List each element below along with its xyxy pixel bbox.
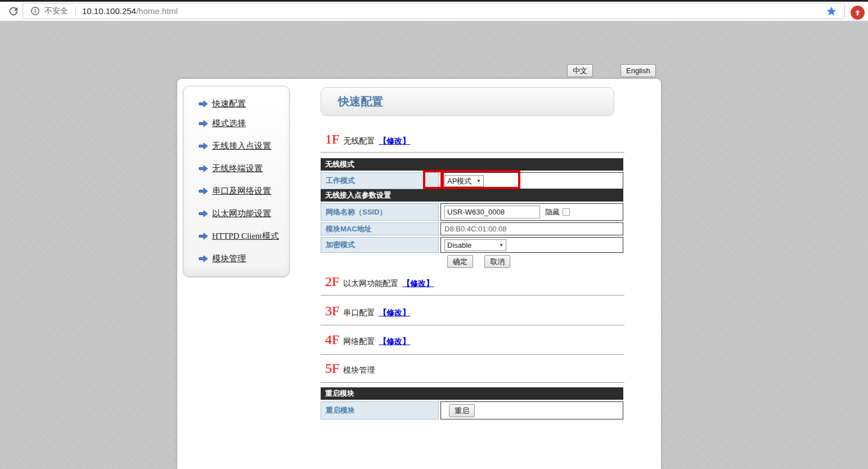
address-separator [75, 6, 76, 16]
sidebar-item-quick-config: 快速配置 [199, 97, 246, 110]
info-icon [30, 6, 40, 16]
arrow-icon [199, 142, 208, 150]
arrow-icon [199, 165, 208, 172]
sidebar-item-wireless-ap: 无线接入点设置 [199, 140, 271, 152]
divider [321, 152, 624, 153]
section-label: 串口配置 [343, 308, 375, 317]
url-path: /home.html [136, 6, 178, 16]
bookmark-star-icon[interactable] [826, 6, 837, 17]
arrow-icon [199, 120, 208, 127]
language-chinese-button[interactable]: 中文 [567, 64, 593, 77]
section-2f: 2F以太网功能配置【修改】 [325, 274, 434, 289]
section-number: 5F [325, 361, 339, 376]
modify-link[interactable]: 【修改】 [379, 337, 410, 346]
restart-button[interactable]: 重启 [449, 404, 475, 417]
sidebar-item-module-mgmt: 模块管理 [199, 252, 246, 265]
sidebar-item-wireless-sta: 无线终端设置 [199, 162, 263, 175]
section-number: 3F [325, 303, 339, 318]
table-row: 工作模式 AP模式 [321, 172, 623, 189]
section-label: 网络配置 [343, 337, 375, 346]
arrow-icon [199, 210, 208, 217]
hide-ssid-checkbox[interactable] [563, 208, 570, 216]
encryption-select[interactable]: Disable [444, 239, 506, 251]
section-label: 以太网功能配置 [343, 279, 398, 288]
arrow-icon [199, 233, 208, 240]
section-label: 无线配置 [343, 136, 375, 145]
sidebar-link[interactable]: 无线接入点设置 [212, 141, 271, 151]
section-1f: 1F无线配置【修改】 [325, 132, 410, 147]
url-host: 10.10.100.254 [82, 6, 136, 16]
browser-window: 不安全 10.10.100.254/home.html 中文 English 快… [0, 0, 868, 469]
divider [321, 354, 624, 355]
restart-cell: 重启 [440, 401, 623, 419]
cancel-button[interactable]: 取消 [484, 255, 510, 268]
section-number: 4F [325, 332, 339, 347]
sidebar-link[interactable]: 串口及网络设置 [212, 186, 271, 196]
table-row-mac: 模块MAC地址 D8:B0:4C:01:00:08 [321, 222, 623, 235]
ssid-input[interactable] [444, 206, 540, 218]
sidebar-link[interactable]: 模式选择 [212, 118, 246, 129]
language-english-button[interactable]: English [620, 64, 656, 77]
chevron-down-icon: Disable [444, 239, 506, 251]
sidebar-item-httpd-client: HTTPD Client模式 [199, 230, 279, 242]
url-text: 10.10.100.254/home.html [82, 6, 178, 16]
reload-button[interactable] [6, 4, 21, 19]
browser-toolbar: 不安全 10.10.100.254/home.html [0, 2, 868, 21]
divider [321, 295, 624, 296]
section-3f: 3F串口配置【修改】 [325, 303, 410, 319]
sidebar-link[interactable]: 无线终端设置 [212, 163, 263, 174]
table-row-ssid: 网络名称（SSID） 隐藏 [321, 203, 623, 221]
section-5f: 5F模块管理 [325, 361, 375, 376]
encryption-label: 加密模式 [321, 237, 439, 253]
table-header: 无线接入点参数设置 [321, 189, 623, 202]
sidebar-link[interactable]: HTTPD Client模式 [212, 231, 279, 242]
encryption-cell: Disable [440, 237, 623, 253]
divider [321, 382, 624, 383]
ap-params-table: 无线接入点参数设置 网络名称（SSID） 隐藏 模块MAC地址 D8:B0:4C… [321, 189, 623, 253]
sidebar-link[interactable]: 模块管理 [212, 253, 246, 264]
form-actions: 确定 取消 [447, 255, 519, 268]
ok-button[interactable]: 确定 [447, 255, 473, 268]
sidebar-item-mode-select: 模式选择 [199, 117, 246, 129]
browser-extension-icon[interactable] [851, 6, 865, 20]
arrow-icon [199, 100, 208, 108]
modify-link[interactable]: 【修改】 [379, 136, 410, 145]
sidebar-link[interactable]: 以太网功能设置 [212, 208, 271, 219]
section-number: 2F [325, 274, 339, 289]
work-mode-select[interactable]: AP模式 [444, 175, 484, 187]
sidebar-menu: 快速配置 模式选择 无线接入点设置 无线终端设置 串口及网络设置 以太网功能设置… [183, 86, 290, 277]
sidebar-item-serial-network: 串口及网络设置 [199, 185, 271, 197]
restart-label: 重启模块 [321, 401, 439, 419]
modify-link[interactable]: 【修改】 [379, 308, 410, 317]
table-header: 重启模块 [321, 387, 623, 400]
reload-icon [7, 5, 20, 17]
sidebar-link[interactable]: 快速配置 [212, 99, 246, 109]
work-mode-cell: AP模式 [440, 172, 623, 189]
address-bar[interactable]: 不安全 10.10.100.254/home.html [23, 3, 845, 19]
section-number: 1F [325, 132, 339, 146]
table-row-encryption: 加密模式 Disable [321, 237, 623, 253]
hide-ssid-label: 隐藏 [545, 207, 560, 217]
table-header: 无线模式 [321, 158, 623, 171]
mac-value: D8:B0:4C:01:00:08 [440, 222, 623, 235]
divider [321, 325, 624, 325]
mac-label: 模块MAC地址 [321, 222, 439, 235]
arrow-icon [199, 255, 208, 262]
section-4f: 4F网络配置【修改】 [325, 332, 410, 347]
chevron-down-icon: AP模式 [444, 175, 484, 187]
arrow-icon [199, 187, 208, 195]
page-title-panel: 快速配置 [321, 87, 614, 116]
ssid-cell: 隐藏 [440, 203, 623, 221]
sidebar-item-ethernet: 以太网功能设置 [199, 207, 271, 220]
security-label: 不安全 [44, 6, 68, 16]
section-label: 模块管理 [343, 365, 375, 374]
restart-module-table: 重启模块 重启模块 重启 [321, 387, 623, 419]
wireless-mode-table: 无线模式 工作模式 AP模式 [321, 158, 623, 189]
page-title: 快速配置 [338, 94, 383, 109]
up-arrow-icon [854, 9, 861, 16]
work-mode-label: 工作模式 [321, 172, 439, 189]
ssid-label: 网络名称（SSID） [321, 203, 439, 221]
table-row-restart: 重启模块 重启 [321, 401, 623, 419]
modify-link[interactable]: 【修改】 [402, 279, 434, 288]
